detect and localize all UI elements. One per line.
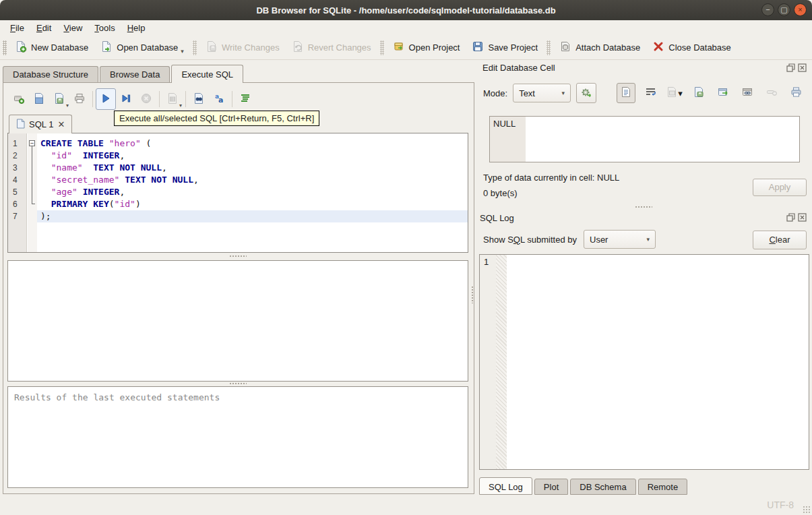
save-project-button[interactable]: Save Project [466, 38, 544, 57]
fold-marker [28, 162, 37, 174]
text-mode-button[interactable] [617, 83, 635, 103]
log-gutter: 1 [480, 255, 496, 469]
attach-database-label: Attach Database [575, 42, 640, 53]
fold-marker[interactable]: − [28, 138, 37, 150]
close-database-icon [652, 40, 664, 55]
word-wrap-button[interactable] [641, 83, 660, 103]
execute-current-line-button[interactable] [116, 88, 136, 110]
print-icon [73, 92, 86, 107]
sql-log-header: SQL Log [480, 213, 514, 223]
menu-help[interactable]: Help [121, 22, 152, 34]
editor-line[interactable]: 5 "age" INTEGER, [8, 186, 468, 198]
tab-db-schema[interactable]: DB Schema [570, 479, 635, 495]
tab-sql-log[interactable]: SQL Log [479, 477, 532, 495]
tab-browse-data[interactable]: Browse Data [100, 66, 170, 83]
close-panel-icon[interactable] [798, 63, 807, 72]
sql-document-tab[interactable]: SQL 1 ✕ [9, 115, 72, 133]
tab-database-structure[interactable]: Database Structure [3, 66, 98, 83]
cell-value-content[interactable] [526, 117, 799, 162]
import-icon [666, 86, 678, 100]
editor-line[interactable]: 7); [8, 210, 468, 222]
find-button[interactable] [189, 88, 209, 110]
new-database-label: New Database [31, 42, 88, 53]
toolbar-drag-handle[interactable] [3, 40, 7, 55]
main-toolbar: New Database Open Database ▾ Write Chang… [0, 36, 812, 60]
save-sql-dropdown-icon[interactable]: ▾ [66, 102, 69, 109]
minimize-icon[interactable]: − [761, 3, 774, 16]
editor-line[interactable]: 6 PRIMARY KEY("id") [8, 198, 468, 210]
editor-line[interactable]: 1−CREATE TABLE "hero" ( [8, 138, 468, 150]
link-icon [742, 86, 753, 100]
close-icon[interactable]: × [794, 3, 807, 16]
tab-execute-sql[interactable]: Execute SQL [171, 65, 243, 83]
tab-plot[interactable]: Plot [534, 479, 568, 495]
open-url-button[interactable] [738, 83, 757, 103]
mode-value: Text [519, 88, 535, 98]
menu-tools[interactable]: Tools [88, 22, 121, 34]
results-message-pane[interactable]: Results of the last executed statements [7, 386, 468, 488]
save-project-label: Save Project [488, 42, 538, 53]
menu-file[interactable]: File [4, 22, 30, 34]
resize-grip-icon[interactable] [803, 506, 810, 513]
editor-line[interactable]: 3 "name" TEXT NOT NULL, [8, 162, 468, 174]
set-null-icon [766, 86, 778, 100]
open-project-button[interactable]: Open Project [387, 38, 466, 57]
autocomplete-button[interactable]: aa [209, 88, 229, 110]
log-filter-select[interactable]: User ▾ [584, 230, 656, 249]
tab-remote[interactable]: Remote [638, 479, 688, 495]
save-results-icon [166, 92, 179, 107]
revert-changes-icon [292, 40, 304, 55]
save-results-dropdown-icon: ▾ [179, 102, 182, 109]
open-tab-button[interactable] [9, 88, 29, 110]
open-sql-file-button[interactable] [29, 88, 49, 110]
open-database-button[interactable]: Open Database ▾ [94, 38, 190, 57]
log-filter-row: Show SQL submitted by User ▾ [483, 230, 656, 249]
clear-log-button[interactable]: Clear [753, 231, 807, 249]
export-icon [718, 86, 729, 100]
open-tab-icon [13, 92, 25, 107]
splitter-handle[interactable] [635, 206, 652, 208]
sql-toolbar-separator [159, 91, 160, 107]
attach-database-button[interactable]: Attach Database [553, 38, 646, 57]
editor-line[interactable]: 4 "secret_name" TEXT NOT NULL, [8, 174, 468, 186]
splitter-handle[interactable] [229, 255, 247, 258]
menu-view[interactable]: View [57, 22, 88, 34]
print-cell-button[interactable] [786, 83, 805, 103]
log-filter-value: User [590, 235, 608, 245]
execute-sql-tooltip: Execute all/selected SQL [Ctrl+Return, F… [114, 111, 319, 126]
open-project-icon [393, 40, 405, 55]
print-sql-button[interactable] [69, 88, 90, 110]
titlebar[interactable]: DB Browser for SQLite - /home/user/code/… [0, 0, 812, 20]
panel-splitter-handle[interactable] [471, 286, 474, 303]
float-panel-icon[interactable] [786, 63, 795, 72]
close-tab-icon[interactable]: ✕ [57, 119, 65, 129]
apply-cell-button[interactable] [576, 83, 596, 103]
line-number: 2 [8, 150, 28, 162]
cell-value-editor[interactable]: NULL [489, 116, 800, 162]
float-panel-icon[interactable] [786, 213, 795, 222]
menu-edit[interactable]: Edit [30, 22, 57, 34]
format-sql-button[interactable] [235, 88, 255, 110]
editor-line[interactable]: 2 "id" INTEGER, [8, 150, 468, 162]
execute-sql-button[interactable] [96, 88, 116, 110]
log-content[interactable] [507, 255, 809, 469]
mode-select[interactable]: Text ▾ [513, 84, 571, 102]
code-line: "age" INTEGER, [37, 186, 468, 198]
sql-toolbar-separator [232, 91, 232, 107]
close-panel-icon[interactable] [798, 213, 807, 222]
save-cell-button[interactable] [689, 83, 708, 103]
open-database-icon [100, 40, 113, 55]
results-grid-pane[interactable] [7, 260, 468, 382]
open-database-dropdown-icon[interactable]: ▾ [181, 48, 184, 55]
new-database-button[interactable]: New Database [9, 38, 94, 57]
close-database-button[interactable]: Close Database [646, 38, 737, 57]
execute-current-line-icon [120, 92, 132, 107]
encoding-indicator: UTF-8 [767, 499, 794, 510]
cell-editor-toolbar: ▾ [617, 83, 805, 103]
splitter-handle[interactable] [229, 382, 247, 385]
maximize-icon[interactable]: ▢ [778, 3, 790, 16]
sql-log-view[interactable]: 1 [479, 254, 809, 470]
save-sql-file-button[interactable]: ▾ [49, 88, 69, 110]
export-cell-button[interactable] [714, 83, 732, 103]
sql-editor[interactable]: 1−CREATE TABLE "hero" (2 "id" INTEGER,3 … [7, 133, 468, 253]
